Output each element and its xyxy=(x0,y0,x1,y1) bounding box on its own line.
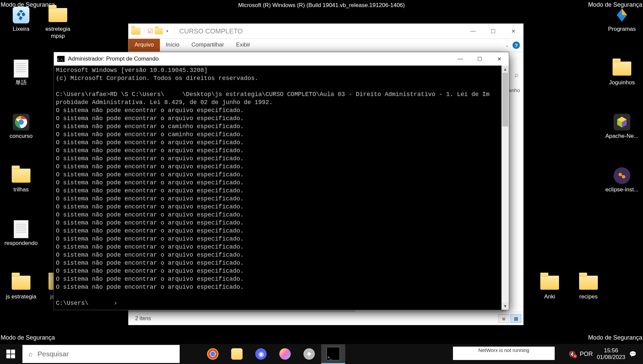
close-button[interactable]: ✕ xyxy=(489,52,509,66)
folder-icon[interactable] xyxy=(155,28,163,34)
minimize-button[interactable]: — xyxy=(451,52,470,66)
desktop-folder-trilhas[interactable]: trilhas xyxy=(3,167,39,193)
explorer-ribbon-tabs: Arquivo Início Compartilhar Exibir ⌄ ? xyxy=(128,39,523,52)
minimize-button[interactable]: — xyxy=(463,24,483,38)
desktop-icon-label: concurso xyxy=(3,132,39,140)
close-button[interactable]: ✕ xyxy=(503,24,523,38)
desktop-icon-label: Lixeira xyxy=(3,25,39,32)
taskbar-clock[interactable]: 15:56 01/08/2023 xyxy=(597,347,625,360)
folder-icon xyxy=(49,8,67,22)
desktop-folder-joguinhos[interactable]: Joguinhos xyxy=(604,60,640,86)
taskbar-paint[interactable] xyxy=(273,345,297,363)
search-icon[interactable]: ⌕ xyxy=(515,71,519,79)
desktop-app-concurso[interactable]: concurso xyxy=(3,114,39,140)
chrome-icon xyxy=(207,348,218,360)
desktop-folder-estrategia[interactable]: estretegia mpsp xyxy=(39,7,76,40)
ribbon-collapse-chevron-icon[interactable]: ⌄ xyxy=(505,42,509,48)
windows-logo-icon xyxy=(6,350,15,358)
eclipse-icon xyxy=(614,167,630,184)
cmd-titlebar[interactable]: C:\ Administrador: Prompt de Comando — ☐… xyxy=(54,52,509,66)
tab-share[interactable]: Compartilhar xyxy=(185,39,230,52)
explorer-status-bar: 2 itens ≣ ▦ xyxy=(128,312,523,325)
folder-icon xyxy=(12,169,30,183)
scroll-up-arrow-icon[interactable]: ▲ xyxy=(501,66,509,73)
folder-icon xyxy=(579,276,598,290)
maximize-button[interactable]: ☐ xyxy=(483,24,503,38)
search-placeholder: Pesquisar xyxy=(37,350,69,358)
desktop-app-apache[interactable]: Apache-Ne... xyxy=(604,114,640,140)
paint-icon xyxy=(279,348,291,360)
desktop-app-eclipse[interactable]: eclipse-inst... xyxy=(604,167,640,193)
taskbar-discord[interactable]: ◉ xyxy=(249,345,273,363)
desktop-icon-label: js estrategia xyxy=(3,293,39,300)
windows-build-label: Microsoft (R) Windows (R) (Build 19041.v… xyxy=(238,2,405,9)
desktop-icon-label: eclipse-inst... xyxy=(604,186,640,193)
programas-icon xyxy=(614,7,630,23)
clock-date: 01/08/2023 xyxy=(597,354,625,361)
desktop-icon-label: 単語 xyxy=(3,79,39,86)
desktop-folder-jsestrategia[interactable]: js estrategia xyxy=(3,274,39,300)
tab-view[interactable]: Exibir xyxy=(230,39,257,52)
desktop-folder-recipes[interactable]: recipes xyxy=(570,274,607,300)
start-button[interactable] xyxy=(0,344,21,364)
document-icon xyxy=(14,220,28,238)
explorer-quick-access-toolbar: ☑ ▾ CURSO COMPLETO — ☐ ✕ xyxy=(128,24,523,39)
system-tray: 🔇✕ POR 15:56 01/08/2023 💬 xyxy=(569,344,643,364)
taskbar: ⌕ Pesquisar ◉ >_ NetWorx is not running … xyxy=(0,344,643,364)
taskbar-explorer[interactable] xyxy=(225,345,249,363)
safemode-bottom-left: Modo de Segurança xyxy=(1,334,55,341)
cmd-vertical-scrollbar[interactable]: ▲ ▼ xyxy=(501,66,509,310)
desktop-folder-anki[interactable]: Anki xyxy=(531,274,568,300)
disc-icon xyxy=(303,348,315,360)
desktop-recycle-bin[interactable]: Lixeira xyxy=(3,7,39,32)
language-indicator[interactable]: POR xyxy=(580,351,593,358)
view-details-button[interactable]: ≣ xyxy=(498,314,509,323)
status-item-count: 2 itens xyxy=(135,315,151,322)
desktop-app-programas[interactable]: Programas xyxy=(604,7,640,32)
cmd-icon: C:\ xyxy=(57,56,65,62)
chrome-shortcut-icon xyxy=(13,114,29,130)
taskbar-chrome[interactable] xyxy=(201,345,225,363)
desktop-icon-label: recipes xyxy=(570,293,607,300)
desktop-doc-respondendo[interactable]: respondendo xyxy=(3,221,39,247)
taskbar-pinned-apps: ◉ >_ xyxy=(201,344,345,364)
desktop-icon-label: Anki xyxy=(531,293,568,300)
folder-icon xyxy=(231,348,243,360)
desktop-doc-tango[interactable]: 単語 xyxy=(3,60,39,86)
desktop-icon-label: Joguinhos xyxy=(604,79,640,86)
desktop-icon-label: Programas xyxy=(604,25,640,32)
folder-icon[interactable] xyxy=(131,27,141,35)
maximize-button[interactable]: ☐ xyxy=(470,52,489,66)
help-icon[interactable]: ? xyxy=(513,41,520,49)
tab-file[interactable]: Arquivo xyxy=(128,39,160,52)
folder-icon xyxy=(613,62,631,76)
tab-home[interactable]: Início xyxy=(160,39,186,52)
clock-time: 15:56 xyxy=(597,347,625,354)
netbeans-icon xyxy=(614,114,630,130)
cmd-output[interactable]: Microsoft Windows [versão 10.0.19045.320… xyxy=(54,66,501,310)
taskbar-disc[interactable] xyxy=(297,345,321,363)
networx-notice[interactable]: NetWorx is not running xyxy=(453,347,555,360)
scrollbar-thumb[interactable] xyxy=(502,73,508,126)
notifications-icon[interactable]: 💬 xyxy=(629,351,636,358)
desktop-icon-label: estretegia mpsp xyxy=(39,25,76,40)
taskbar-search[interactable]: ⌕ Pesquisar xyxy=(22,345,180,363)
discord-icon: ◉ xyxy=(255,348,267,360)
qat-check-icon[interactable]: ☑ xyxy=(148,27,153,35)
command-prompt-window[interactable]: C:\ Administrador: Prompt de Comando — ☐… xyxy=(54,52,509,310)
folder-icon xyxy=(12,276,30,290)
desktop-icon-label: trilhas xyxy=(3,186,39,193)
folder-icon xyxy=(540,276,559,290)
recycle-bin-icon xyxy=(13,7,29,23)
cmd-window-title: Administrador: Prompt de Comando xyxy=(68,56,159,62)
desktop-icon-label: respondendo xyxy=(3,240,39,247)
taskbar-cmd[interactable]: >_ xyxy=(321,344,345,364)
search-icon: ⌕ xyxy=(28,350,33,358)
qat-customize-chevron-icon[interactable]: ▾ xyxy=(165,29,170,33)
desktop-icon-label: Apache-Ne... xyxy=(604,132,640,140)
volume-muted-icon[interactable]: 🔇✕ xyxy=(569,351,576,358)
document-icon xyxy=(14,60,28,78)
safemode-bottom-right: Modo de Segurança xyxy=(588,334,642,341)
scroll-down-arrow-icon[interactable]: ▼ xyxy=(501,302,509,310)
view-large-icons-button[interactable]: ▦ xyxy=(511,314,521,323)
